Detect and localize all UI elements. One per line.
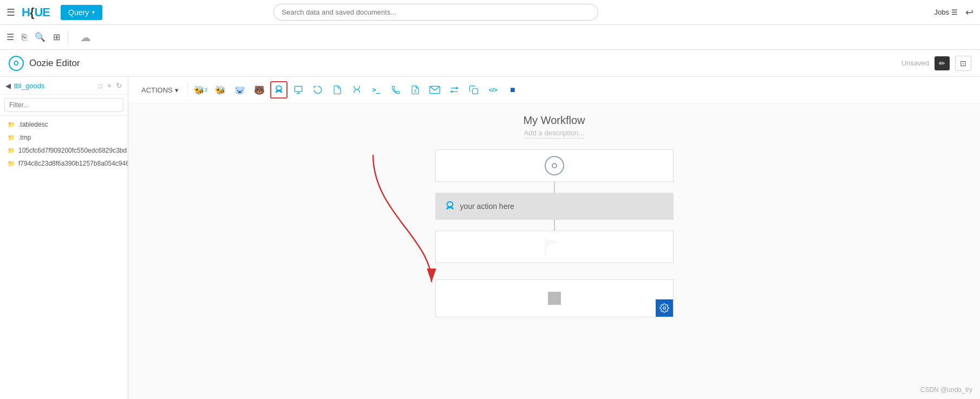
sqoop-icon-btn[interactable]: 🐻 <box>251 81 268 99</box>
pig-icon-btn[interactable]: 🐷 <box>231 81 249 99</box>
doc-icon <box>410 85 420 95</box>
nav-grid-icon[interactable]: ⊞ <box>53 32 60 42</box>
list-item[interactable]: 📁 .tabledesc <box>0 118 128 131</box>
query-label: Query <box>68 8 89 17</box>
sidebar-filter-input[interactable] <box>4 98 123 112</box>
sidebar-add-icon[interactable]: + <box>107 81 112 90</box>
back-icon[interactable]: ◀ <box>5 82 11 90</box>
workflow-start-node <box>435 149 674 182</box>
folder-icon: 📁 <box>8 121 15 128</box>
code-icon-btn[interactable]: </> <box>485 81 502 99</box>
nav-duplicate-icon[interactable]: ⎘ <box>22 32 27 42</box>
start-circle-inner <box>552 163 557 168</box>
hive-icon: 🐝 <box>215 85 226 95</box>
svg-rect-0 <box>295 86 302 91</box>
oozie-letter: O <box>14 60 18 67</box>
sidebar-items: 📁 .tabledesc 📁 .tmp 📁 105cfc6d7f909200fc… <box>0 116 128 399</box>
loop-icon <box>312 84 323 95</box>
second-nav-icons: ☰ ⎘ 🔍 ⊞ <box>6 32 60 42</box>
query-caret: ▾ <box>92 9 95 15</box>
actions-label: ACTIONS <box>141 86 173 94</box>
distcp-icon-btn[interactable] <box>270 81 288 99</box>
action-placeholder-label: your action here <box>460 202 514 211</box>
toolbar-separator <box>187 83 188 96</box>
sidebar-header: ◀ tbl_goods ⌂ + ↻ <box>0 77 128 95</box>
list-item[interactable]: 📁 .tmp <box>0 131 128 144</box>
workflow-description[interactable]: Add a description... <box>524 129 584 139</box>
list-item[interactable]: 📁 105cfc6d7f909200fc550edc6829c3bd <box>0 144 128 157</box>
jobs-link[interactable]: Jobs ☰ <box>935 8 958 16</box>
transfer-icon <box>449 86 460 94</box>
content-area: ACTIONS ▾ 🐝 2 🐝 🐷 🐻 <box>128 77 980 399</box>
copy-icon-btn[interactable] <box>465 81 482 99</box>
top-nav: ☰ H { UE Query ▾ Jobs ☰ ↩ <box>0 0 980 25</box>
workflow-end-node <box>435 231 674 263</box>
folder-icon: 📁 <box>8 134 15 141</box>
second-nav: ☰ ⎘ 🔍 ⊞ ☁ <box>0 25 980 50</box>
shell-icon-btn[interactable]: >_ <box>368 81 385 99</box>
workflow-action-node[interactable]: your action here <box>435 193 674 220</box>
connector-line-2 <box>554 220 555 231</box>
list-item[interactable]: 📁 f794c8c23d8f6a390b1257b8a054c946 <box>0 157 128 170</box>
jobs-label: Jobs <box>935 8 949 16</box>
nav-search-icon[interactable]: 🔍 <box>35 32 45 42</box>
corner-settings-icon <box>659 303 669 313</box>
actions-button[interactable]: ACTIONS ▾ <box>137 84 183 96</box>
svg-rect-4 <box>473 89 478 94</box>
widget-corner-icon <box>656 299 673 317</box>
sidebar-item-label: 105cfc6d7f909200fc550edc6829c3bd <box>18 147 127 154</box>
shell-icon: >_ <box>373 86 380 94</box>
widget-gray-block <box>548 292 561 305</box>
hdfs-icon <box>293 84 304 95</box>
email-icon-btn[interactable] <box>426 81 443 99</box>
expand-button[interactable]: ⊡ <box>955 56 971 71</box>
workflow-title[interactable]: My Workflow <box>523 114 585 127</box>
sidebar-filter <box>0 95 128 116</box>
distcp-icon <box>273 84 284 95</box>
streaming-icon-btn[interactable]: 🐝 2 <box>192 81 210 99</box>
action-distcp-icon <box>444 200 456 212</box>
logo-text: H <box>22 5 30 19</box>
editor-header-right: Unsaved ✏ ⊡ <box>901 56 971 71</box>
sidebar-db-name[interactable]: tbl_goods <box>14 82 95 90</box>
watermark: CSDN @undo_try <box>920 386 972 394</box>
search-input[interactable] <box>273 4 598 21</box>
doc-icon-btn[interactable] <box>407 81 424 99</box>
end-flag <box>544 238 565 256</box>
code-icon: </> <box>489 87 498 93</box>
logo: H { UE <box>22 5 50 19</box>
loop-icon-btn[interactable] <box>309 81 326 99</box>
cloud-icon: ☁ <box>80 31 91 44</box>
hive-icon-btn[interactable]: 🐝 <box>212 81 229 99</box>
toolbar: ACTIONS ▾ 🐝 2 🐝 🐷 🐻 <box>128 77 980 103</box>
workflow-widget <box>435 279 674 317</box>
sidebar: ◀ tbl_goods ⌂ + ↻ 📁 .tabledesc 📁 .tmp 📁 … <box>0 77 128 399</box>
fork-icon <box>351 84 362 95</box>
nav-menu-icon[interactable]: ☰ <box>6 32 14 42</box>
hdfs-icon-btn[interactable] <box>290 81 307 99</box>
copy-icon <box>469 85 479 95</box>
unsaved-label: Unsaved <box>901 59 929 67</box>
upload-icon-btn[interactable] <box>329 81 346 99</box>
sidebar-refresh-icon[interactable]: ↻ <box>116 81 122 90</box>
hamburger-icon[interactable]: ☰ <box>6 6 15 18</box>
start-circle <box>545 156 564 175</box>
stop-icon: ■ <box>510 85 515 95</box>
sidebar-item-label: .tmp <box>18 134 31 141</box>
editor-header: O Oozie Editor Unsaved ✏ ⊡ <box>0 50 980 77</box>
fork-icon-btn[interactable] <box>348 81 365 99</box>
sidebar-home-icon[interactable]: ⌂ <box>98 81 102 90</box>
end-flag-icon <box>544 238 565 256</box>
transfer-icon-btn[interactable] <box>446 81 463 99</box>
ssh-icon-btn[interactable] <box>387 81 404 99</box>
sidebar-header-icons: ⌂ + ↻ <box>98 81 122 90</box>
logo-bracket: { <box>30 5 35 19</box>
jobs-list-icon: ☰ <box>951 8 958 16</box>
query-button[interactable]: Query ▾ <box>61 5 102 20</box>
ssh-icon <box>391 85 401 95</box>
sqoop-icon: 🐻 <box>254 85 265 95</box>
folder-icon: 📁 <box>8 160 15 167</box>
undo-icon[interactable]: ↩ <box>965 6 974 18</box>
stop-icon-btn[interactable]: ■ <box>504 81 521 99</box>
pencil-button[interactable]: ✏ <box>935 56 950 70</box>
